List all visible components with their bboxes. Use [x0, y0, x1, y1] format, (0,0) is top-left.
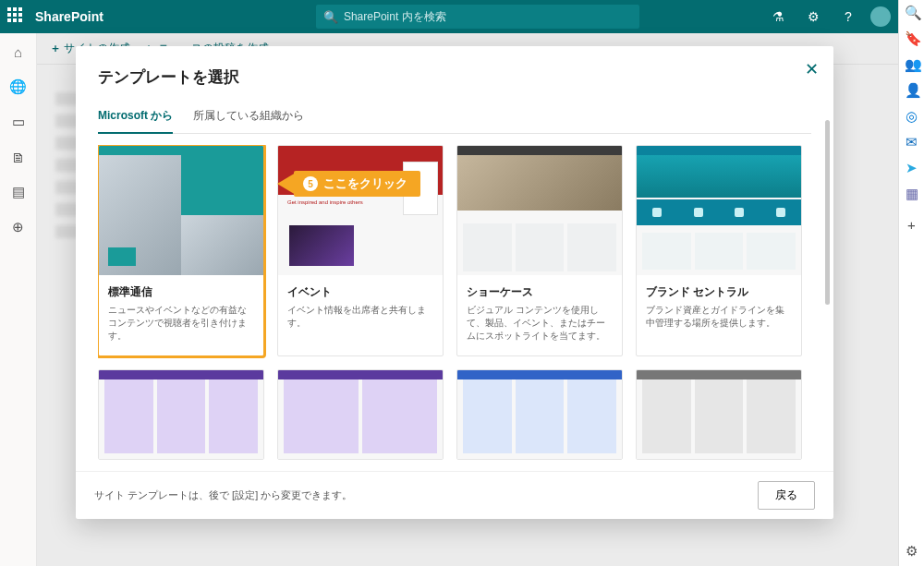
help-icon[interactable]: ?: [835, 9, 861, 24]
modal-title: テンプレートを選択: [98, 66, 811, 88]
premium-icon[interactable]: ⚗: [765, 9, 791, 24]
template-title: 標準通信: [108, 284, 254, 300]
target-icon[interactable]: ◎: [905, 109, 919, 124]
search-icon[interactable]: 🔍: [905, 6, 919, 20]
search-input[interactable]: [344, 10, 632, 23]
template-desc: ブランド資産とガイドラインを集中管理する場所を提供します。: [646, 304, 792, 330]
template-title: ブランド セントラル: [646, 284, 792, 300]
add-icon[interactable]: +: [905, 218, 919, 233]
news-icon[interactable]: ▭: [9, 113, 28, 131]
tag-icon[interactable]: 🔖: [905, 31, 919, 46]
template-desc: ニュースやイベントなどの有益なコンテンツで視聴者を引き付けます。: [108, 304, 254, 343]
app-launcher-icon[interactable]: [7, 7, 26, 26]
template-card-row2-1[interactable]: [98, 369, 264, 460]
template-source-tabs: Microsoft から 所属している組織から: [98, 101, 811, 134]
apps-icon[interactable]: ▦: [905, 187, 919, 201]
template-card-row2-4[interactable]: [636, 369, 802, 460]
modal-scrollbar[interactable]: [825, 120, 830, 305]
files-icon[interactable]: 🗎: [9, 148, 28, 166]
footer-note: サイト テンプレートは、後で [設定] から変更できます。: [94, 488, 352, 502]
suite-search[interactable]: 🔍: [316, 5, 639, 29]
template-desc: ビジュアル コンテンツを使用して、製品、イベント、またはチームにスポットライトを…: [467, 304, 613, 343]
template-card-showcase[interactable]: ショーケース ビジュアル コンテンツを使用して、製品、イベント、またはチームにス…: [456, 145, 623, 356]
callout-number: 5: [303, 176, 318, 191]
callout-text: ここをクリック: [323, 175, 407, 192]
suite-bar: SharePoint 🔍 ⚗ ⚙ ?: [0, 0, 898, 33]
close-icon[interactable]: ✕: [805, 59, 819, 79]
template-card-row2-3[interactable]: [456, 369, 623, 460]
template-card-brand-central[interactable]: ブランド セントラル ブランド資産とガイドラインを集中管理する場所を提供します。: [636, 145, 802, 356]
account-avatar[interactable]: [870, 6, 891, 27]
send-icon[interactable]: ➤: [905, 161, 919, 175]
left-rail: ⌂ 🌐 ▭ 🗎 ▤ ⊕: [0, 33, 37, 566]
lists-icon[interactable]: ▤: [9, 183, 28, 201]
tab-from-microsoft[interactable]: Microsoft から: [98, 101, 173, 133]
person-icon[interactable]: 👤: [905, 83, 919, 98]
tab-from-org[interactable]: 所属している組織から: [193, 101, 304, 133]
home-icon[interactable]: ⌂: [9, 42, 28, 61]
template-title: ショーケース: [467, 284, 613, 300]
product-name: SharePoint: [35, 9, 103, 24]
right-tool-strip: 🔍 🔖 👥 👤 ◎ ✉ ➤ ▦ + ⚙: [898, 0, 924, 566]
mail-icon[interactable]: ✉: [905, 135, 919, 150]
globe-icon[interactable]: 🌐: [9, 78, 28, 96]
people-icon[interactable]: 👥: [905, 57, 919, 72]
template-desc: イベント情報を出席者と共有します。: [287, 304, 433, 330]
create-icon[interactable]: ⊕: [9, 218, 28, 236]
search-icon: 🔍: [323, 10, 338, 24]
template-card-standard-comm[interactable]: 標準通信 ニュースやイベントなどの有益なコンテンツで視聴者を引き付けます。: [98, 145, 264, 356]
template-card-row2-2[interactable]: [277, 369, 444, 460]
toolstrip-settings-icon[interactable]: ⚙: [905, 544, 919, 559]
template-picker-modal: テンプレートを選択 ✕ Microsoft から 所属している組織から 5 ここ…: [76, 46, 833, 519]
template-title: イベント: [287, 284, 433, 300]
annotation-callout: 5 ここをクリック: [294, 171, 420, 197]
back-button[interactable]: 戻る: [758, 481, 815, 510]
settings-icon[interactable]: ⚙: [800, 9, 826, 24]
